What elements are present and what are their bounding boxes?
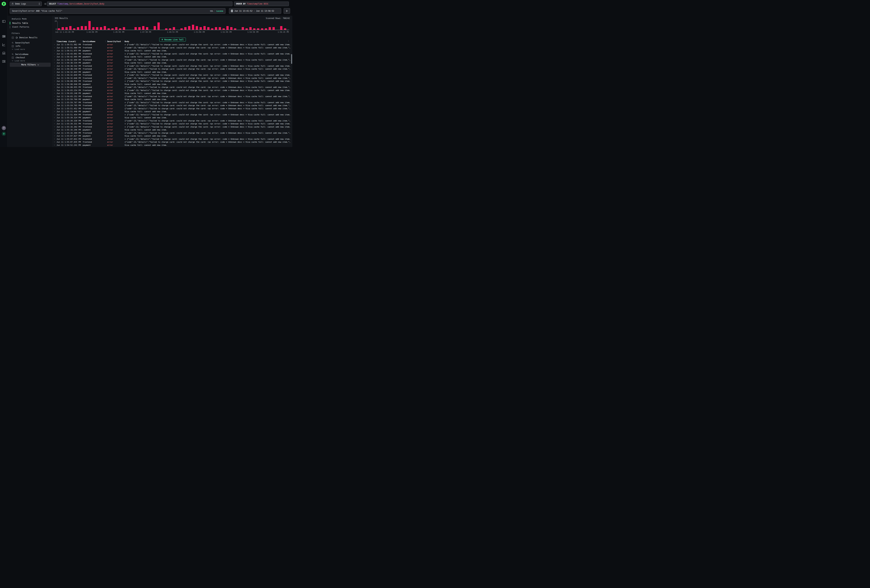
log-row[interactable]: ›Jun 11 1:55:39.324 PMpaymenterrorVisa c… [53,116,290,119]
scrollbar-thumb[interactable] [291,54,292,64]
log-row[interactable]: ›Jun 11 1:56:38.534 PMpaymenterrorVisa c… [53,62,290,65]
column-grip-icon[interactable]: ⋮ [105,40,106,42]
histogram-bar[interactable] [142,26,145,30]
orderby-clause-input[interactable]: ORDER BY TimestampTime DESC [234,1,289,6]
source-select[interactable]: Demo Logs [10,1,42,6]
log-row[interactable]: ›Jun 11 1:55:59.765 PMfrontenderror{"cod… [53,104,290,107]
search-logs-icon[interactable] [2,34,6,38]
log-row[interactable]: ›Jun 11 1:56:08.956 PMfrontenderror× {"c… [53,80,290,83]
histogram-bar[interactable] [265,28,267,30]
column-settings-icon[interactable]: ⋮ [288,40,289,42]
row-expand-chevron[interactable]: › [54,59,55,61]
log-row[interactable]: ›Jun 11 1:55:59.767 PMfrontenderror× {"c… [53,101,290,104]
histogram-bar[interactable] [269,27,271,30]
histogram-bar[interactable] [184,27,186,30]
filter-checkbox[interactable] [12,45,14,47]
lucene-mode-toggle[interactable]: Lucene [216,10,223,12]
chart-explorer-icon[interactable] [2,43,6,47]
log-row[interactable]: ›Jun 11 1:56:32.843 PMpaymenterrorVisa c… [53,71,290,74]
row-expand-chevron[interactable]: › [54,62,55,64]
row-expand-chevron[interactable]: › [54,65,55,67]
histogram-bar[interactable] [153,26,156,30]
histogram-bar[interactable] [66,27,68,30]
user-avatar[interactable]: U [2,132,6,136]
histogram-bar[interactable] [77,27,79,30]
histogram-bar[interactable] [115,27,118,30]
histogram-bar[interactable] [88,21,91,30]
column-grip-icon[interactable]: ⋮ [122,40,124,42]
log-row[interactable]: ›Jun 11 1:55:39.331 PMfrontenderror× {"c… [53,122,290,126]
histogram-bar[interactable] [73,28,75,30]
row-expand-chevron[interactable]: › [54,110,55,112]
histogram-bar[interactable] [139,27,141,30]
analysis-mode-item-event-patterns[interactable]: Event Patterns [10,25,50,29]
log-row[interactable]: ›Jun 11 1:56:08.955 PMfrontenderror{"cod… [53,86,290,89]
column-header-servicename[interactable]: ServiceName [83,40,95,43]
histogram-bar[interactable] [173,27,175,30]
denoise-results-row[interactable]: Denoise Results [12,36,37,39]
histogram-bar[interactable] [211,28,213,30]
log-row[interactable]: ›Jun 11 1:56:51.975 PMpaymenterrorVisa c… [53,49,290,52]
histogram-bar[interactable] [215,27,217,30]
histogram-bar[interactable] [180,28,183,30]
row-expand-chevron[interactable]: › [54,120,55,122]
log-row[interactable]: ›Jun 11 1:56:42.995 PMpaymenterrorVisa c… [53,55,290,59]
histogram-bar[interactable] [158,22,160,30]
row-expand-chevron[interactable]: › [54,86,55,88]
log-row[interactable]: ›Jun 11 1:56:38.540 PMfrontenderror{"cod… [53,68,290,71]
row-expand-chevron[interactable]: › [54,47,55,49]
histogram-bar[interactable] [203,26,206,30]
sql-mode-toggle[interactable]: SQL [210,10,213,12]
column-header-timestamp-local-[interactable]: Timestamp (Local) [57,40,76,43]
load-more-severitytext[interactable]: Load more [12,48,25,51]
row-expand-chevron[interactable]: › [54,71,55,73]
search-icon[interactable] [12,53,14,55]
row-expand-chevron[interactable]: › [54,116,55,119]
log-row[interactable]: ›Jun 11 1:56:32.848 PMfrontenderror{"cod… [53,77,290,80]
search-icon[interactable] [12,42,14,44]
histogram-bar[interactable] [257,28,259,30]
row-expand-chevron[interactable]: › [54,89,55,91]
row-expand-chevron[interactable]: › [54,95,55,97]
row-expand-chevron[interactable]: › [54,126,55,128]
select-clause-input[interactable]: SELECTTimestamp, ServiceName, SeverityTe… [47,1,232,6]
filter-option-info[interactable]: info [12,45,20,48]
log-row[interactable]: ›Jun 11 1:56:38.542 PMfrontenderror× {"c… [53,65,290,68]
run-query-button[interactable] [284,8,290,14]
time-range-picker[interactable]: Jun 11 13:41:52 - Jun 11 13:56:52 [229,8,281,14]
histogram-bar[interactable] [134,27,137,30]
row-expand-chevron[interactable]: › [54,80,55,82]
source-settings-gear-icon[interactable] [44,3,47,5]
column-header-body[interactable]: Body [125,40,129,43]
row-expand-chevron[interactable]: › [54,129,55,131]
histogram-bar[interactable] [249,27,252,30]
histogram-bar[interactable] [230,27,232,30]
row-expand-chevron[interactable]: › [54,101,55,103]
row-expand-chevron[interactable]: › [54,107,55,109]
load-more-servicename[interactable]: Load more [12,59,25,62]
log-row[interactable]: ›Jun 11 1:56:43.001 PMfrontenderror× {"c… [53,52,290,56]
log-row[interactable]: ›Jun 11 1:55:07.841 PMfrontenderror× {"c… [53,138,290,141]
log-row[interactable]: ›Jun 11 1:56:51.982 PMfrontenderror× {"c… [53,43,290,46]
log-row[interactable]: ›Jun 11 1:56:32.849 PMfrontenderror× {"c… [53,74,290,77]
histogram-bar[interactable] [226,26,229,30]
histogram-bar[interactable] [169,28,171,30]
log-row[interactable]: ›Jun 11 1:56:03.254 PMfrontenderror× {"c… [53,89,290,92]
denoise-checkbox[interactable] [12,37,14,39]
row-expand-chevron[interactable]: › [54,104,55,106]
histogram-bar[interactable] [246,28,248,30]
histogram-bar[interactable] [261,28,263,30]
log-row[interactable]: ›Jun 11 1:55:51.452 PMfrontenderror{"cod… [53,107,290,110]
log-row[interactable]: ›Jun 11 1:55:16.296 PMpaymenterrorVisa c… [53,128,290,132]
column-header-severitytext[interactable]: SeverityText [107,40,121,43]
histogram-bar[interactable] [104,26,106,30]
row-expand-chevron[interactable]: › [54,144,55,146]
histogram-bar[interactable] [253,28,255,30]
histogram-bar[interactable] [58,28,60,30]
log-row[interactable]: ›Jun 11 1:56:42.999 PMfrontenderror{"cod… [53,59,290,62]
row-expand-chevron[interactable]: › [54,68,55,70]
column-grip-icon[interactable]: ⋮ [80,40,82,42]
histogram-bar[interactable] [146,27,148,30]
row-expand-chevron[interactable]: › [54,83,55,85]
log-row[interactable]: ›Jun 11 1:54:52.241 PMpaymenterrorVisa c… [53,144,290,147]
